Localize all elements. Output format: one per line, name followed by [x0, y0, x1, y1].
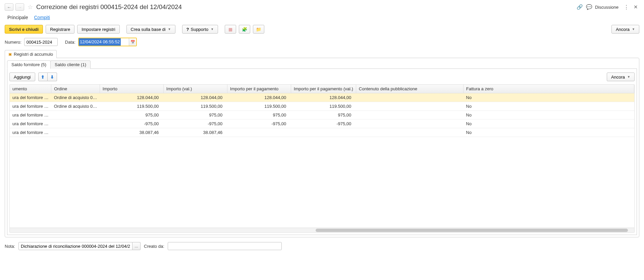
chevron-down-icon: ▼ — [168, 28, 171, 31]
puzzle-icon: 🧩 — [242, 27, 247, 32]
col-umento[interactable]: umento — [10, 85, 51, 93]
horizontal-scrollbar[interactable] — [10, 228, 634, 232]
creato-da-label: Creato da: — [144, 244, 164, 249]
kebab-menu-icon[interactable]: ⋮ — [623, 3, 630, 11]
save-close-button[interactable]: Scrivi e chiudi — [5, 25, 43, 34]
customer-balance-tab[interactable]: Saldo cliente (1) — [50, 60, 91, 69]
discussion-icon[interactable]: 💬 — [586, 3, 593, 11]
move-up-button[interactable]: ⬆ — [38, 73, 48, 81]
tab-principale[interactable]: Principale — [7, 15, 28, 20]
discussion-label[interactable]: Discussione — [595, 5, 619, 10]
link-icon[interactable]: 🔗 — [576, 3, 584, 11]
more-label: Ancora — [616, 27, 630, 32]
question-icon: ? — [186, 27, 189, 32]
table-row[interactable]: ura del fornitore …Ordine di acquisto 0…… — [10, 93, 634, 102]
page-title: Correzione dei registri 000415-2024 del … — [36, 3, 182, 11]
creato-da-input[interactable] — [168, 242, 282, 250]
grid-more-button[interactable]: Ancora ▼ — [607, 73, 635, 81]
support-label: Supporto — [191, 27, 208, 32]
col-ordine[interactable]: Ordine — [51, 85, 100, 93]
supplier-balance-tab[interactable]: Saldo fornitore (5) — [7, 60, 51, 69]
create-based-on-label: Crea sulla base di — [131, 27, 166, 32]
nota-picker-button[interactable]: … — [132, 242, 141, 250]
close-icon[interactable]: ✕ — [632, 3, 639, 11]
grid-more-label: Ancora — [611, 75, 625, 80]
chevron-down-icon: ▼ — [627, 75, 630, 79]
arrow-up-icon: ⬆ — [41, 75, 45, 80]
col-fattura-zero[interactable]: Fattura a zero — [463, 85, 634, 93]
col-importo-val[interactable]: Importo (val.) — [163, 85, 227, 93]
table-row[interactable]: ura del fornitore …Ordine di acquisto 0…… — [10, 102, 634, 111]
arrow-down-icon: ⬇ — [50, 75, 54, 80]
table-row[interactable]: ura del fornitore …-975,00-975,00-975,00… — [10, 120, 634, 128]
col-contenuto[interactable]: Contenuto della pubblicazione — [356, 85, 463, 93]
favorite-star-icon[interactable]: ☆ — [28, 3, 33, 11]
chevron-down-icon: ▼ — [211, 28, 214, 31]
accumulation-registers-tab[interactable]: ▣ Registri di accumulo — [5, 50, 57, 58]
table-row[interactable]: ura del fornitore …38.087,4638.087,46No — [10, 128, 634, 137]
more-button[interactable]: Ancora ▼ — [611, 25, 639, 34]
set-registers-button[interactable]: Impostare registri — [77, 25, 119, 34]
register-icon: ▣ — [8, 52, 12, 56]
table-row[interactable]: ura del fornitore …975,00975,00975,00975… — [10, 111, 634, 120]
file-icon-button[interactable]: 📁 — [253, 25, 264, 34]
grid-icon: ▦ — [228, 27, 232, 32]
data-input[interactable]: 12/04/2024 06:55:52 — [79, 38, 121, 46]
data-input-group[interactable]: 12/04/2024 06:55:52 📅 — [78, 38, 137, 46]
col-importo[interactable]: Importo — [100, 85, 163, 93]
nota-label: Nota: — [5, 244, 15, 249]
move-down-button[interactable]: ⬇ — [48, 73, 57, 81]
register-button[interactable]: Registrare — [46, 25, 74, 34]
report-icon-button[interactable]: ▦ — [225, 25, 236, 34]
calendar-icon[interactable]: 📅 — [129, 38, 136, 46]
tab-compiti[interactable]: Compiti — [34, 15, 50, 20]
forward-button[interactable]: → — [15, 3, 24, 11]
nota-input[interactable] — [18, 242, 132, 250]
add-button[interactable]: Aggiungi — [9, 73, 35, 81]
col-importo-pag[interactable]: Importo per il pagamento — [227, 85, 291, 93]
chevron-down-icon: ▼ — [632, 28, 635, 31]
accumulation-registers-label: Registri di accumulo — [14, 52, 53, 57]
back-button[interactable]: ← — [5, 3, 13, 11]
create-based-on-button[interactable]: Crea sulla base di ▼ — [126, 25, 175, 34]
balance-grid: umento Ordine Importo Importo (val.) Imp… — [9, 84, 635, 233]
folder-icon: 📁 — [256, 27, 261, 32]
support-button[interactable]: ? Supporto ▼ — [182, 25, 218, 34]
numero-label: Numero: — [5, 40, 21, 45]
col-importo-pag-val[interactable]: Importo per il pagamento (val.) — [291, 85, 356, 93]
data-label: Data: — [65, 40, 75, 45]
numero-input[interactable] — [24, 38, 58, 46]
puzzle-icon-button[interactable]: 🧩 — [239, 25, 250, 34]
